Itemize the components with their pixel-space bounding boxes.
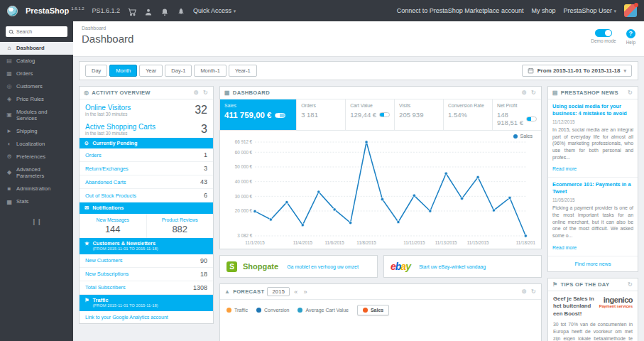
help-icon[interactable]: ? <box>626 29 635 38</box>
sidebar-item-price-rules[interactable]: ◈Price Rules <box>0 93 73 106</box>
metric-label[interactable]: Active Shopping Carts <box>85 123 155 131</box>
date-range-picker[interactable]: From 2015-11-01 To 2015-11-18 ▾ <box>522 65 632 77</box>
legend-dot-icon <box>227 308 231 313</box>
legend-sales[interactable]: Sales <box>357 305 389 315</box>
sidebar-item-modules[interactable]: ▣Modules and Services <box>0 106 73 125</box>
legend-traffic[interactable]: Traffic <box>227 308 248 313</box>
app-root: PrestaShop 1.6.1.2 PS1.6.1.2 Quick Acces… <box>0 0 644 341</box>
row-label[interactable]: Orders <box>85 152 102 158</box>
filter-year-button[interactable]: Year <box>139 65 163 77</box>
prestashop-logo-icon <box>7 6 18 16</box>
tips-icon: ⚑ <box>552 281 557 288</box>
legend-average-cart-value[interactable]: Average Cart Value <box>298 308 348 313</box>
list-item: Out of Stock Products6 <box>80 189 213 202</box>
article-title[interactable]: Using social media for your business: 4 … <box>552 103 633 117</box>
filter-day-button[interactable]: Day <box>85 65 107 77</box>
search-input[interactable] <box>16 29 65 34</box>
brand-version: 1.6.1.2 <box>71 6 84 11</box>
find-more-news-link[interactable]: Find more news <box>548 256 638 271</box>
notifications-header: ✉ Notifications <box>80 202 213 213</box>
row-label[interactable]: New Customers <box>85 257 123 264</box>
marketplace-link[interactable]: Connect to PrestaShop Marketplace accoun… <box>397 7 524 14</box>
gear-icon[interactable]: ⚙ <box>521 90 528 96</box>
page-header: Dashboard Dashboard Demo mode ? Help <box>73 21 644 57</box>
ebay-link[interactable]: Start uw eBay-winkel vandaag <box>419 264 486 269</box>
metric-label[interactable]: Online Visitors <box>85 104 131 112</box>
refresh-icon[interactable]: ↻ <box>202 90 209 96</box>
sidebar-item-label: Price Rules <box>16 96 44 102</box>
news-article: Ecommerce 101: Payments in a Tweet 11/05… <box>548 178 638 256</box>
legend-dot-icon <box>256 308 261 313</box>
kpi-conversion-rate[interactable]: Conversion Rate 1.54% <box>444 99 493 130</box>
shipping-icon: ► <box>6 128 13 135</box>
activity-overview-panel: ◎ ACTIVITY OVERVIEW ⚙ ↻ Online Visitors … <box>79 86 214 324</box>
sidebar-item-orders[interactable]: ▦Orders <box>0 67 73 80</box>
demo-mode-toggle[interactable] <box>595 29 612 37</box>
topbar: PrestaShop 1.6.1.2 PS1.6.1.2 Quick Acces… <box>0 0 644 21</box>
sidebar-search[interactable] <box>6 26 67 37</box>
sidebar-collapse-button[interactable]: ❙❙ <box>30 218 44 225</box>
curve-toggle[interactable] <box>526 117 537 121</box>
avatar[interactable] <box>624 4 637 17</box>
row-label[interactable]: Abandoned Carts <box>85 179 126 185</box>
sidebar-item-dashboard[interactable]: ⌂Dashboard <box>0 42 73 55</box>
sidebar-item-localization[interactable]: ◐Localization <box>0 138 73 151</box>
refresh-icon[interactable]: ↻ <box>627 281 633 288</box>
filter-month-1-button[interactable]: Month-1 <box>194 65 227 77</box>
product-reviews-cell[interactable]: Product Reviews882 <box>147 214 214 238</box>
rocket-icon[interactable] <box>177 6 185 15</box>
sidebar-item-label: Advanced Parameters <box>16 166 67 180</box>
row-label[interactable]: Out of Stock Products <box>85 193 136 199</box>
sidebar-item-advanced-parameters[interactable]: ◆Advanced Parameters <box>0 163 73 183</box>
filter-month-button[interactable]: Month <box>109 65 137 77</box>
article-title[interactable]: Ecommerce 101: Payments in a Tweet <box>552 181 633 195</box>
forecast-icon: ▲ <box>224 288 230 295</box>
kpi-net-profit[interactable]: Net Profit 148 918,51 € <box>493 99 541 130</box>
forecast-panel: ▲ FORECAST 2015 « » ⚙ ↻ Traffic Conversi… <box>219 283 542 341</box>
user-menu[interactable]: PrestaShop User ▾ <box>563 7 616 14</box>
my-shop-link[interactable]: My shop <box>531 7 555 14</box>
read-more-link[interactable]: Read more <box>552 166 577 171</box>
sidebar-item-shipping[interactable]: ►Shipping <box>0 125 73 138</box>
row-label[interactable]: Return/Exchanges <box>85 166 129 172</box>
forecast-year-select[interactable]: 2015 <box>267 287 290 296</box>
filter-day-1-button[interactable]: Day-1 <box>165 65 192 77</box>
breadcrumb[interactable]: Dashboard <box>82 26 133 31</box>
sidebar-item-catalog[interactable]: ▤Catalog <box>0 55 73 67</box>
refresh-icon[interactable]: ↻ <box>530 90 537 96</box>
brand-title: PrestaShop 1.6.1.2 <box>26 6 84 15</box>
legend-conversion[interactable]: Conversion <box>256 308 289 313</box>
curve-toggle[interactable] <box>275 113 285 118</box>
sidebar-item-customers[interactable]: ◎Customers <box>0 80 73 93</box>
row-label[interactable]: Total Subscribers <box>85 284 126 291</box>
cart-icon[interactable] <box>128 6 136 15</box>
sidebar-item-stats[interactable]: ▅Stats <box>0 195 73 208</box>
kpi-visits[interactable]: Visits 205 939 <box>395 99 444 130</box>
sidebar-item-administration[interactable]: ■Administration <box>0 183 73 195</box>
gear-icon[interactable]: ⚙ <box>521 288 528 295</box>
curve-toggle[interactable] <box>379 112 390 117</box>
filter-year-1-button[interactable]: Year-1 <box>229 65 257 77</box>
refresh-icon[interactable]: ↻ <box>530 288 537 295</box>
kpi-cart-value[interactable]: Cart Value 129,44 € <box>346 99 395 130</box>
new-messages-cell[interactable]: New Messages144 <box>80 214 147 238</box>
kpi-orders[interactable]: Orders 3 181 <box>297 99 346 130</box>
quick-access-menu[interactable]: Quick Access ▾ <box>193 7 236 14</box>
previous-year-icon[interactable]: « <box>293 288 299 296</box>
chart-legend[interactable]: Sales <box>513 134 533 139</box>
sidebar-item-preferences[interactable]: ⚙Preferences <box>0 151 73 163</box>
kpi-sales[interactable]: Sales 411 759,00 € <box>220 99 297 130</box>
row-value: 43 <box>200 178 207 185</box>
refresh-icon[interactable]: ↻ <box>627 90 633 96</box>
bell-icon[interactable] <box>160 6 169 15</box>
customer-icon[interactable] <box>144 6 153 15</box>
next-year-icon[interactable]: » <box>302 288 309 296</box>
shopgate-link[interactable]: Ga mobiel en verhoog uw omzet <box>287 264 359 269</box>
google-analytics-link[interactable]: Link to your Google Analytics account <box>80 311 213 323</box>
row-label[interactable]: New Subscriptions <box>85 271 129 277</box>
sidebar-item-label: Orders <box>16 70 33 77</box>
read-more-link[interactable]: Read more <box>552 245 577 250</box>
gear-icon[interactable]: ⚙ <box>193 90 200 96</box>
ebay-logo-icon: ebay <box>391 261 410 272</box>
clock-icon: ⊙ <box>84 140 89 146</box>
